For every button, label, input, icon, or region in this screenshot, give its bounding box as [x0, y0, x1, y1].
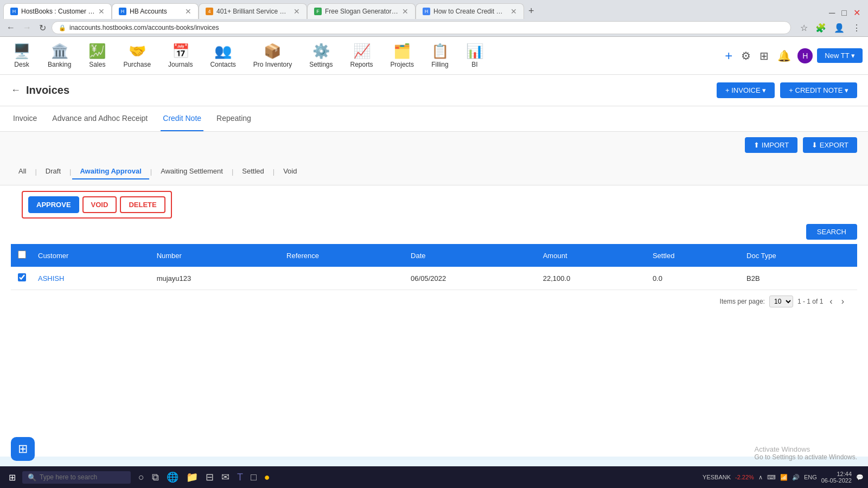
- menu-button[interactable]: ⋮: [850, 22, 864, 34]
- tab-close-2[interactable]: ✕: [185, 7, 192, 16]
- credit-note-button[interactable]: + CREDIT NOTE ▾: [780, 82, 857, 98]
- row-number: mujayu123: [151, 267, 281, 290]
- nav-label-reports: Reports: [350, 61, 373, 68]
- header-number: Number: [151, 244, 281, 267]
- tab-close-5[interactable]: ✕: [510, 7, 517, 16]
- profile-button[interactable]: 👤: [831, 22, 847, 34]
- nav-label-desk: Desk: [14, 61, 29, 68]
- status-tab-awaiting-approval[interactable]: Awaiting Approval: [72, 164, 149, 179]
- approve-button[interactable]: APPROVE: [28, 196, 79, 213]
- fab-button[interactable]: ⊞: [11, 437, 35, 457]
- browser-tab-5[interactable]: H How to Create Credit Note - Goo... ✕: [416, 3, 524, 19]
- row-settled: 0.0: [647, 267, 741, 290]
- nav-item-purchase[interactable]: 🤝 Purchase: [116, 38, 158, 73]
- nav-item-contacts[interactable]: 👥 Contacts: [202, 38, 243, 73]
- header-amount: Amount: [538, 244, 647, 267]
- banking-icon: 🏛️: [51, 43, 68, 60]
- tab-creditnote[interactable]: Credit Note: [161, 106, 203, 131]
- per-page-select[interactable]: 10 25 50: [769, 296, 793, 307]
- export-button[interactable]: ⬇ EXPORT: [803, 137, 857, 153]
- contacts-icon: 👥: [214, 43, 232, 60]
- row-date: 06/05/2022: [405, 267, 538, 290]
- search-button[interactable]: SEARCH: [806, 224, 857, 240]
- address-text: inaccounts.hostbooks.com/accounts-books/…: [69, 24, 784, 31]
- forward-nav-button[interactable]: →: [21, 22, 34, 34]
- nav-item-bi[interactable]: 📊 BI: [458, 38, 491, 73]
- desk-icon: 🖥️: [13, 43, 30, 60]
- minimize-button[interactable]: ─: [827, 7, 837, 19]
- import-button[interactable]: ⬆ IMPORT: [745, 137, 797, 153]
- top-nav: 🖥️ Desk 🏛️ Banking 💹 Sales 🤝 Purchase 📅 …: [0, 37, 868, 75]
- nav-label-journals: Journals: [168, 61, 193, 68]
- row-customer[interactable]: ASHISH: [33, 267, 151, 290]
- nav-item-proinventory[interactable]: 📦 Pro Inventory: [246, 38, 299, 73]
- void-button[interactable]: VOID: [82, 196, 117, 213]
- nav-item-banking[interactable]: 🏛️ Banking: [40, 38, 79, 73]
- status-tab-void[interactable]: Void: [276, 164, 304, 179]
- new-tt-button[interactable]: New TT ▾: [817, 48, 863, 63]
- tab-bar: H HostBooks : Customer Portal ✕ H HB Acc…: [0, 0, 868, 19]
- gear-button[interactable]: ⚙: [739, 47, 753, 65]
- status-tab-awaiting-settlement[interactable]: Awaiting Settlement: [153, 164, 231, 179]
- table-section: SEARCH Customer Number Reference Date Am…: [0, 224, 868, 313]
- nav-label-bi: BI: [471, 61, 477, 68]
- next-page-button[interactable]: ›: [839, 296, 846, 307]
- nav-item-filling[interactable]: 📋 Filling: [424, 38, 456, 73]
- nav-label-purchase: Purchase: [123, 61, 151, 68]
- nav-label-proinventory: Pro Inventory: [253, 61, 292, 68]
- nav-item-desk[interactable]: 🖥️ Desk: [5, 38, 38, 73]
- header-reference: Reference: [281, 244, 405, 267]
- add-button[interactable]: +: [723, 46, 735, 66]
- reports-icon: 📈: [353, 43, 371, 60]
- tab-repeating[interactable]: Repeating: [214, 106, 253, 131]
- status-tab-all[interactable]: All: [11, 164, 34, 179]
- invoice-button[interactable]: + INVOICE ▾: [717, 82, 775, 98]
- row-select-checkbox[interactable]: [18, 273, 26, 281]
- prev-page-button[interactable]: ‹: [827, 296, 834, 307]
- tab-label-4: Free Slogan Generator - Online T...: [325, 8, 399, 15]
- accounts-button[interactable]: ⊞: [757, 47, 771, 65]
- select-all-checkbox[interactable]: [18, 251, 26, 259]
- extensions-button[interactable]: 🧩: [813, 22, 829, 34]
- customer-link[interactable]: ASHISH: [38, 274, 64, 282]
- reload-button[interactable]: ↻: [37, 22, 48, 34]
- page-range-label: 1 - 1 of 1: [797, 298, 823, 305]
- close-button[interactable]: ✕: [851, 7, 863, 19]
- tab-label-2: HB Accounts: [130, 8, 182, 15]
- lock-icon: 🔒: [59, 24, 66, 31]
- table-header: Customer Number Reference Date Amount Se…: [11, 244, 857, 267]
- notifications-button[interactable]: 🔔: [775, 47, 793, 65]
- address-bar[interactable]: 🔒 inaccounts.hostbooks.com/accounts-book…: [52, 21, 791, 34]
- header-checkbox[interactable]: [11, 244, 33, 267]
- browser-tab-1[interactable]: H HostBooks : Customer Portal ✕: [3, 3, 112, 19]
- address-bar-row: ← → ↻ 🔒 inaccounts.hostbooks.com/account…: [0, 19, 868, 36]
- nav-item-sales[interactable]: 💹 Sales: [81, 38, 113, 73]
- browser-tab-4[interactable]: F Free Slogan Generator - Online T... ✕: [307, 3, 416, 19]
- header-actions: + INVOICE ▾ + CREDIT NOTE ▾: [717, 82, 857, 98]
- tab-close-3[interactable]: ✕: [293, 7, 300, 16]
- nav-item-settings[interactable]: ⚙️ Settings: [302, 38, 340, 73]
- new-tab-button[interactable]: +: [524, 3, 539, 19]
- restore-button[interactable]: □: [839, 7, 849, 19]
- tab-advance[interactable]: Advance and Adhoc Receipt: [50, 106, 150, 131]
- back-nav-button[interactable]: ←: [4, 22, 17, 34]
- back-button[interactable]: ←: [11, 85, 21, 96]
- browser-tab-3[interactable]: 4 401+ Brilliant Service Company... ✕: [199, 3, 307, 19]
- tab-close-1[interactable]: ✕: [98, 7, 105, 16]
- nav-item-projects[interactable]: 🗂️ Projects: [383, 38, 422, 73]
- tab-invoice[interactable]: Invoice: [11, 106, 39, 131]
- nav-item-reports[interactable]: 📈 Reports: [343, 38, 381, 73]
- status-tab-draft[interactable]: Draft: [38, 164, 68, 179]
- row-checkbox[interactable]: [11, 267, 33, 290]
- tab-close-4[interactable]: ✕: [402, 7, 409, 16]
- app-container: 🖥️ Desk 🏛️ Banking 💹 Sales 🤝 Purchase 📅 …: [0, 37, 868, 457]
- delete-button[interactable]: DELETE: [120, 196, 165, 213]
- status-tab-settled[interactable]: Settled: [234, 164, 271, 179]
- sales-icon: 💹: [88, 43, 106, 60]
- user-button[interactable]: H: [797, 48, 813, 63]
- browser-tab-2[interactable]: H HB Accounts ✕: [112, 3, 199, 19]
- bookmark-button[interactable]: ☆: [797, 22, 810, 34]
- main-tabs-row: Invoice Advance and Adhoc Receipt Credit…: [0, 106, 868, 132]
- tab-favicon-4: F: [314, 8, 322, 15]
- nav-item-journals[interactable]: 📅 Journals: [161, 38, 200, 73]
